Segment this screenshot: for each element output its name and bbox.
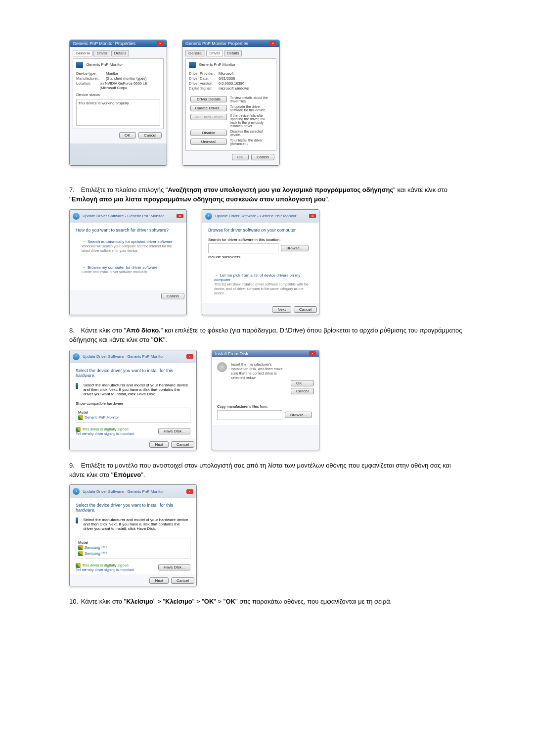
close-icon[interactable]: ×: [309, 351, 316, 356]
driver-details-button[interactable]: Driver Details: [190, 96, 227, 102]
wizard-header: ‹ Update Driver Software - Generic PnP M…: [202, 210, 319, 223]
step-number: 7.: [69, 186, 79, 195]
step-bold-2: Κλείσιμο: [165, 598, 192, 605]
back-icon[interactable]: ‹: [73, 353, 80, 360]
browse-button[interactable]: Browse...: [285, 412, 312, 418]
wizard-body: How do you want to search for driver sof…: [70, 223, 186, 290]
choice-desc: Locate and install driver software manua…: [82, 270, 180, 274]
model-name: Samsung ****: [85, 545, 107, 550]
tab-general[interactable]: General: [73, 50, 92, 56]
model-name: Samsung ****: [85, 551, 107, 556]
have-disk-button[interactable]: Have Disk...: [158, 428, 190, 434]
tab-general[interactable]: General: [185, 50, 205, 56]
next-button[interactable]: Next: [272, 306, 291, 313]
model-item[interactable]: Samsung ****: [78, 551, 188, 557]
next-button[interactable]: Next: [149, 577, 168, 584]
shield-icon: [78, 551, 83, 556]
step-10-text: 10. Κάντε κλικ στο "Κλείσιμο" > "Κλείσιμ…: [69, 597, 465, 607]
monitor-heading: Generic PnP Monitor: [199, 62, 235, 67]
monitor-icon: [189, 62, 196, 68]
ok-button[interactable]: OK: [291, 380, 314, 386]
browse-row: Browse...: [208, 243, 313, 253]
choice-pick-from-list[interactable]: →Let me pick from a list of device drive…: [208, 271, 313, 297]
step-bold-2: OK: [153, 336, 163, 343]
model-list: Model Generic PnP Monitor: [76, 408, 190, 423]
search-location-label: Search for driver software in this locat…: [208, 237, 313, 242]
disable-row: Disable Disables the selected device.: [189, 130, 273, 137]
compat-checkbox-label[interactable]: Show compatible hardware: [76, 401, 190, 406]
disable-button[interactable]: Disable: [190, 130, 227, 136]
value: Microsoft: [219, 71, 233, 76]
driver-panel: Generic PnP Monitor Driver Provider:Micr…: [185, 58, 276, 151]
close-icon[interactable]: ×: [309, 214, 316, 218]
step-bold-1: Αναζήτηση στον υπολογιστή μου για λογισμ…: [168, 186, 393, 193]
cancel-button[interactable]: Cancel: [161, 293, 184, 299]
monitor-properties-driver-dialog: Generic PnP Monitor Properties × General…: [182, 40, 280, 166]
ok-button[interactable]: OK: [232, 154, 249, 160]
dialog-title-text: Install From Disk: [215, 351, 248, 356]
monitor-heading: Generic PnP Monitor: [86, 62, 123, 67]
wizard-breadcrumb: Update Driver Software - Generic PnP Mon…: [83, 489, 164, 494]
rollback-driver-button[interactable]: Roll Back Driver: [190, 114, 227, 120]
next-button[interactable]: Next: [149, 441, 168, 448]
cancel-button[interactable]: Cancel: [171, 577, 194, 584]
back-icon[interactable]: ‹: [73, 488, 80, 495]
browse-button[interactable]: Browse...: [281, 245, 308, 251]
tab-driver[interactable]: Driver: [93, 50, 110, 56]
signed-block: This driver is digitally signed. Tell me…: [76, 427, 134, 435]
cancel-button[interactable]: Cancel: [291, 388, 314, 394]
tab-driver[interactable]: Driver: [206, 50, 222, 56]
signing-link[interactable]: Tell me why driver signing is important: [76, 432, 134, 435]
choice-search-auto[interactable]: →Search automatically for updated driver…: [76, 237, 180, 255]
choice-desc: Windows will search your computer and th…: [82, 244, 180, 253]
tab-strip: General Driver Details: [185, 50, 276, 56]
dialog-body: Insert the manufacturer's installation d…: [212, 357, 319, 425]
update-driver-button[interactable]: Update Driver...: [190, 105, 227, 111]
device-status-label: Device status: [76, 93, 160, 97]
cancel-button[interactable]: Cancel: [171, 441, 194, 448]
dialog-titlebar: Generic PnP Monitor Properties ×: [70, 40, 167, 47]
cancel-button[interactable]: Cancel: [251, 154, 274, 160]
uninstall-row: Uninstall To uninstall the driver (Advan…: [189, 139, 273, 145]
step-text-part: ".: [141, 471, 145, 478]
close-icon[interactable]: ×: [177, 214, 183, 218]
wizard-breadcrumb: Update Driver Software - Generic PnP Mon…: [215, 214, 296, 218]
step-number: 8.: [69, 326, 79, 335]
choice-label: Search automatically for updated driver …: [88, 239, 173, 244]
model-item[interactable]: Generic PnP Monitor: [78, 415, 188, 421]
have-disk-button[interactable]: Have Disk...: [158, 564, 190, 570]
cancel-button[interactable]: Cancel: [138, 132, 162, 139]
arrow-icon: →: [214, 273, 218, 278]
signing-link[interactable]: Tell me why driver signing is important: [76, 568, 134, 571]
copy-from-label: Copy manufacturer's files from:: [217, 404, 314, 409]
wizard-row-2: ‹ Update Driver Software - Generic PnP M…: [69, 350, 465, 450]
close-icon[interactable]: ×: [186, 354, 193, 359]
close-icon[interactable]: ×: [186, 489, 193, 494]
wizard-desc: Select the manufacturer and model of you…: [83, 518, 190, 531]
tab-details[interactable]: Details: [224, 50, 242, 56]
model-item[interactable]: Samsung ****: [78, 545, 188, 551]
choice-browse-computer[interactable]: →Browse my computer for driver software …: [76, 263, 180, 276]
step-8-text: 8. Κάντε κλικ στο "Από δίσκο." και επιλέ…: [69, 326, 465, 345]
cancel-button[interactable]: Cancel: [294, 306, 317, 313]
top-dialog-row: Generic PnP Monitor Properties × General…: [69, 40, 465, 166]
tab-strip: General Driver Details: [73, 50, 164, 56]
ok-button[interactable]: OK: [119, 132, 136, 139]
include-subfolders[interactable]: Include subfolders: [208, 255, 313, 259]
driver-date-row: Driver Date:6/21/2006: [189, 76, 273, 81]
dialog-button-row: OK Cancel: [185, 151, 276, 162]
close-icon[interactable]: ×: [269, 41, 276, 46]
wizard-title: How do you want to search for driver sof…: [76, 228, 180, 233]
arrow-icon: →: [82, 265, 86, 270]
uninstall-button[interactable]: Uninstall: [190, 139, 227, 145]
back-icon[interactable]: ‹: [205, 213, 212, 220]
back-icon[interactable]: ‹: [73, 213, 80, 220]
signed-row: This driver is digitally signed. Tell me…: [76, 563, 190, 571]
copy-from-input[interactable]: [217, 410, 282, 420]
uninstall-desc: To uninstall the driver (Advanced).: [230, 139, 273, 145]
shield-icon: [76, 563, 81, 568]
location-input[interactable]: [208, 243, 278, 253]
close-icon[interactable]: ×: [157, 41, 164, 46]
tab-details[interactable]: Details: [111, 50, 129, 56]
monitor-heading-row: Generic PnP Monitor: [76, 62, 160, 68]
